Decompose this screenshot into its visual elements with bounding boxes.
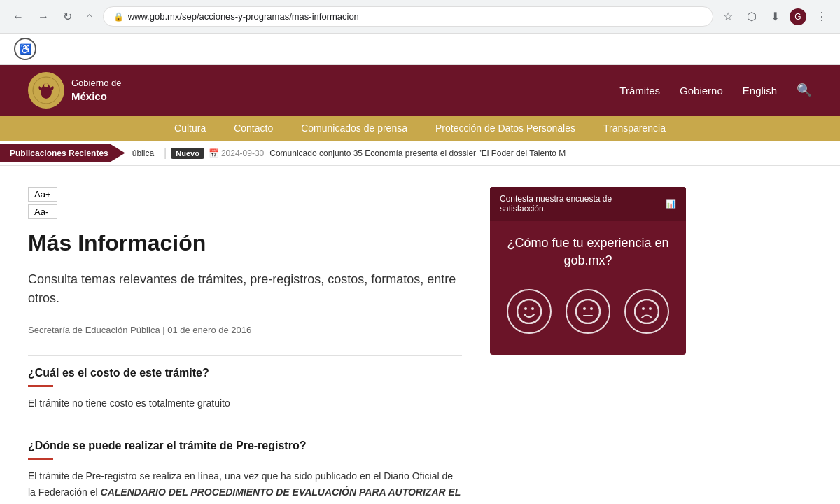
svg-point-4 xyxy=(517,300,541,323)
main-content: Aa+ Aa- Más Información Consulta temas r… xyxy=(0,166,840,504)
svg-point-13 xyxy=(649,307,652,310)
reload-button[interactable]: ↻ xyxy=(59,7,76,26)
section-divider-1 xyxy=(28,355,462,356)
svg-point-6 xyxy=(531,307,534,310)
svg-point-3 xyxy=(44,83,48,88)
svg-point-11 xyxy=(635,300,659,323)
nav-comunicados[interactable]: Comunicados de prensa xyxy=(301,122,407,134)
nav-transparencia[interactable]: Transparencia xyxy=(603,122,666,134)
accessibility-button[interactable]: ♿ xyxy=(14,38,36,60)
survey-face-happy[interactable] xyxy=(507,289,552,334)
font-decrease-button[interactable]: Aa- xyxy=(28,204,57,219)
nav-proteccion[interactable]: Protección de Datos Personales xyxy=(435,122,575,134)
section-divider-2 xyxy=(28,428,462,428)
survey-header-icon: 📊 xyxy=(666,199,676,209)
logo-text: Gobierno de México xyxy=(71,78,122,103)
main-nav: Trámites Gobierno English 🔍 xyxy=(620,83,812,98)
ticker-sub: ública xyxy=(132,148,154,158)
ticker-text: Comunicado conjunto 35 Economía presenta… xyxy=(270,148,566,158)
survey-face-sad[interactable] xyxy=(624,289,669,334)
survey-body: ¿Cómo fue tu experiencia en gob.mx? xyxy=(490,220,686,355)
section-preregistro-title: ¿Dónde se puede realizar el trámite de P… xyxy=(28,440,462,452)
svg-point-7 xyxy=(576,300,600,323)
font-increase-button[interactable]: Aa+ xyxy=(28,187,57,202)
menu-icon[interactable]: ⋮ xyxy=(812,7,832,26)
url-text: www.gob.mx/sep/acciones-y-programas/mas-… xyxy=(128,11,359,22)
ticker-label: Publicaciones Recientes xyxy=(0,144,125,162)
ticker-badge: Nuevo xyxy=(171,148,204,159)
page-title: Más Información xyxy=(28,230,462,256)
url-bar[interactable]: 🔒 www.gob.mx/sep/acciones-y-programas/ma… xyxy=(103,6,713,27)
section-preregistro-text: El trámite de Pre-registro se realiza en… xyxy=(28,468,462,504)
ticker-separator: | xyxy=(164,147,167,160)
nav-cultura[interactable]: Cultura xyxy=(174,122,206,134)
survey-header: Contesta nuestra encuesta de satisfacció… xyxy=(490,187,686,220)
svg-point-12 xyxy=(642,307,645,310)
download-icon[interactable]: ⬇ xyxy=(766,7,784,26)
secondary-nav: Cultura Contacto Comunicados de prensa P… xyxy=(0,115,840,141)
ticker-label-text: Publicaciones Recientes xyxy=(10,148,108,158)
extensions-icon[interactable]: ⬡ xyxy=(743,7,761,26)
nav-gobierno[interactable]: Gobierno xyxy=(680,85,723,97)
content-right: Contesta nuestra encuesta de satisfacció… xyxy=(490,187,686,504)
nav-english[interactable]: English xyxy=(743,85,777,97)
survey-face-neutral[interactable] xyxy=(566,289,610,334)
font-controls: Aa+ Aa- xyxy=(28,187,57,219)
section-costo-title: ¿Cuál es el costo de este trámite? xyxy=(28,367,462,379)
site-header: Gobierno de México Trámites Gobierno Eng… xyxy=(0,65,840,115)
section-costo-underline xyxy=(28,385,53,387)
home-button[interactable]: ⌂ xyxy=(82,8,97,26)
profile-icon[interactable]: G xyxy=(790,8,806,25)
logo-bold-line: México xyxy=(71,90,122,104)
forward-button[interactable]: → xyxy=(34,8,53,26)
search-icon[interactable]: 🔍 xyxy=(797,83,812,98)
browser-chrome: ← → ↻ ⌂ 🔒 www.gob.mx/sep/acciones-y-prog… xyxy=(0,0,840,34)
news-ticker: Publicaciones Recientes ública | Nuevo 📅… xyxy=(0,141,840,166)
section-preregistro-underline xyxy=(28,458,53,460)
content-left: Aa+ Aa- Más Información Consulta temas r… xyxy=(28,187,490,504)
nav-tramites[interactable]: Trámites xyxy=(620,85,660,97)
lock-icon: 🔒 xyxy=(113,12,124,22)
logo-top-line: Gobierno de xyxy=(71,78,122,90)
section-costo: ¿Cuál es el costo de este trámite? El tr… xyxy=(28,355,462,411)
survey-widget: Contesta nuestra encuesta de satisfacció… xyxy=(490,187,686,355)
back-button[interactable]: ← xyxy=(8,8,28,26)
browser-right-icons: ☆ ⬡ ⬇ G ⋮ xyxy=(719,7,832,26)
ticker-date: 2024-09-30 xyxy=(221,148,264,158)
survey-question: ¿Cómo fue tu experiencia en gob.mx? xyxy=(500,234,676,270)
survey-faces xyxy=(500,289,676,341)
nav-contacto[interactable]: Contacto xyxy=(234,122,273,134)
page-description: Consulta temas relevantes de trámites, p… xyxy=(28,270,462,308)
site-logo: Gobierno de México xyxy=(28,72,122,108)
section-costo-text: El trámite no tiene costo es totalmente … xyxy=(28,396,462,411)
section-preregistro: ¿Dónde se puede realizar el trámite de P… xyxy=(28,428,462,504)
ticker-calendar-icon: 📅 xyxy=(209,148,219,158)
star-icon[interactable]: ☆ xyxy=(719,7,737,26)
accessibility-bar: ♿ xyxy=(0,34,840,65)
logo-emblem xyxy=(28,72,64,108)
survey-header-text: Contesta nuestra encuesta de satisfacció… xyxy=(500,194,660,214)
svg-point-5 xyxy=(524,307,527,310)
svg-point-9 xyxy=(590,307,593,310)
svg-point-8 xyxy=(583,307,586,310)
accessibility-icon: ♿ xyxy=(20,43,31,55)
page-meta: Secretaría de Educación Pública | 01 de … xyxy=(28,325,462,335)
